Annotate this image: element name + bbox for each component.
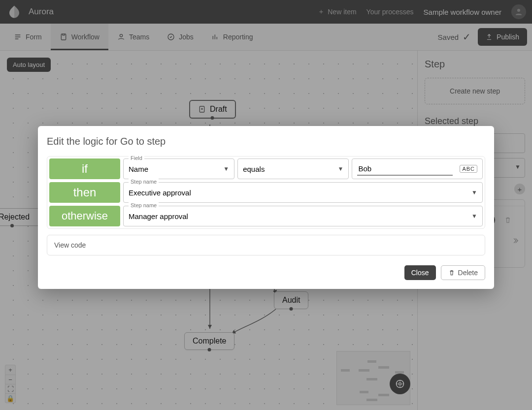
trash-icon	[448, 269, 455, 276]
field-select[interactable]: Field Name ▼	[123, 158, 234, 179]
logic-block: if Field Name ▼ equals ▼ ABC then	[47, 156, 485, 229]
otherwise-step-value: Manager approval	[129, 212, 188, 221]
condition-select[interactable]: equals ▼	[237, 158, 349, 179]
then-step-label: Step name	[129, 179, 159, 185]
keyword-if: if	[49, 158, 120, 179]
field-select-label: Field	[129, 155, 144, 161]
value-field: ABC	[352, 158, 483, 179]
abc-badge[interactable]: ABC	[460, 165, 477, 173]
then-step-value: Executive approval	[129, 189, 191, 197]
chevron-down-icon: ▼	[337, 165, 343, 172]
delete-label: Delete	[458, 269, 478, 277]
value-input[interactable]	[357, 162, 453, 176]
view-code-toggle[interactable]: View code	[47, 235, 485, 255]
keyword-then: then	[49, 182, 120, 203]
otherwise-step-select[interactable]: Step name Manager approval ▼	[123, 206, 483, 226]
delete-button[interactable]: Delete	[441, 265, 485, 280]
field-select-value: Name	[129, 165, 148, 173]
dialog-title: Edit the logic for Go to step	[47, 136, 485, 147]
chevron-down-icon: ▼	[223, 165, 229, 172]
edit-logic-dialog: Edit the logic for Go to step if Field N…	[38, 126, 494, 289]
condition-value: equals	[243, 165, 265, 173]
keyword-otherwise: otherwise	[49, 206, 120, 226]
close-button[interactable]: Close	[404, 265, 436, 280]
chevron-down-icon: ▼	[471, 189, 477, 196]
modal-overlay[interactable]: Edit the logic for Go to step if Field N…	[0, 0, 532, 410]
chevron-down-icon: ▼	[471, 213, 477, 220]
then-step-select[interactable]: Step name Executive approval ▼	[123, 182, 483, 203]
otherwise-step-label: Step name	[129, 202, 159, 208]
